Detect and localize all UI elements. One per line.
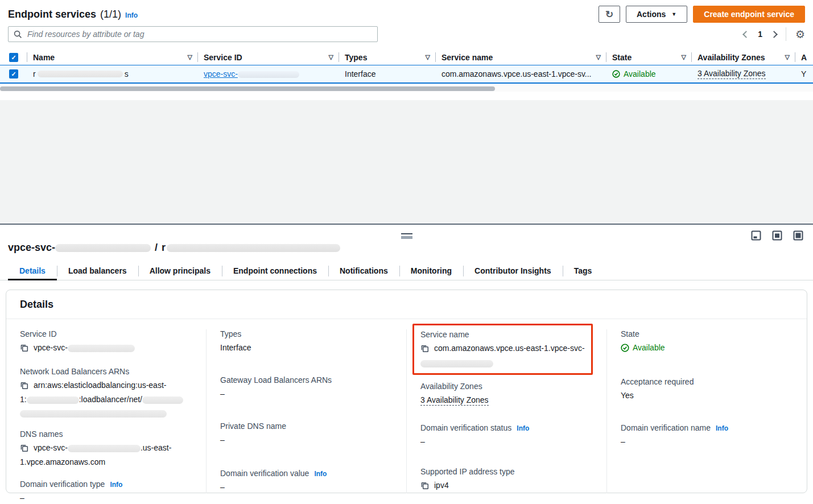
panel-size-large-icon[interactable] <box>793 230 804 241</box>
redacted-text <box>142 396 183 404</box>
tab-load-balancers[interactable]: Load balancers <box>57 262 138 280</box>
red-highlight-box: Service name com.amazonaws.vpce.us-east-… <box>412 324 593 375</box>
field-service-id: Service ID vpce-svc- <box>20 329 192 356</box>
cell-service-id: vpce-svc- <box>198 69 339 79</box>
details-column-1: Service ID vpce-svc- Network Load Balanc… <box>6 329 206 493</box>
availability-zones-popover-link[interactable]: 3 Availability Zones <box>698 69 766 79</box>
refresh-button[interactable]: ↻ <box>599 6 620 23</box>
endpoint-services-table: ✓ Name ▽ Service ID ▽ Types ▽ Service na… <box>0 49 813 92</box>
status-badge: Available <box>612 69 656 79</box>
info-link[interactable]: Info <box>716 424 728 432</box>
filter-icon[interactable]: ▽ <box>596 53 601 61</box>
select-all-checkbox-cell: ✓ <box>0 49 27 65</box>
info-link[interactable]: Info <box>314 470 327 478</box>
tab-endpoint-connections[interactable]: Endpoint connections <box>222 262 328 280</box>
select-all-checkbox[interactable]: ✓ <box>9 53 18 62</box>
redacted-text <box>68 445 141 452</box>
table-header-row: ✓ Name ▽ Service ID ▽ Types ▽ Service na… <box>0 49 813 65</box>
cell-name: rs <box>27 69 198 79</box>
cell-types: Interface <box>339 69 436 79</box>
filter-icon[interactable]: ▽ <box>785 53 790 61</box>
tab-monitoring[interactable]: Monitoring <box>399 262 463 280</box>
search-input[interactable] <box>26 29 372 39</box>
row-checkbox[interactable]: ✓ <box>9 69 18 79</box>
refresh-icon: ↻ <box>605 9 613 20</box>
copy-icon[interactable] <box>420 481 429 493</box>
info-link[interactable]: Info <box>110 481 122 489</box>
field-domain-verification-name: Domain verification name Info – <box>621 423 793 448</box>
actions-button[interactable]: Actions ▼ <box>626 6 687 23</box>
details-column-2: Types Interface Gateway Load Balancers A… <box>206 329 406 493</box>
details-card-heading: Details <box>6 290 807 319</box>
horizontal-scrollbar-thumb[interactable] <box>0 86 495 91</box>
pagination: 1 ⚙ <box>744 27 805 41</box>
service-id-link[interactable]: vpce-svc- <box>204 69 299 79</box>
resource-count: (1/1) <box>100 9 121 20</box>
availability-zones-popover-link[interactable]: 3 Availability Zones <box>420 395 489 406</box>
previous-page-icon[interactable] <box>742 31 750 38</box>
split-panel: vpce-svc- / r Details Load balancers All… <box>0 224 813 504</box>
filter-icon[interactable]: ▽ <box>682 53 686 61</box>
column-header-service-name[interactable]: Service name ▽ <box>436 49 606 65</box>
redacted-text <box>420 360 493 367</box>
filter-icon[interactable]: ▽ <box>329 53 333 61</box>
table-controls: 1 ⚙ <box>0 23 813 42</box>
horizontal-scrollbar[interactable] <box>0 85 813 92</box>
cell-availability-zones: 3 Availability Zones <box>692 69 795 79</box>
field-state: State Available <box>621 329 793 356</box>
tab-allow-principals[interactable]: Allow principals <box>138 262 222 280</box>
field-service-name: Service name com.amazonaws.vpce.us-east-… <box>420 330 589 369</box>
page-title: Endpoint services <box>8 9 96 20</box>
copy-icon[interactable] <box>20 343 28 356</box>
copy-icon[interactable] <box>20 381 28 393</box>
copy-icon[interactable] <box>20 443 28 456</box>
search-box[interactable] <box>8 26 378 42</box>
redacted-text <box>68 345 135 352</box>
table-row[interactable]: ✓ rs vpce-svc- Interface com.amazonaws.v… <box>0 65 813 84</box>
redacted-text <box>38 71 123 77</box>
redacted-text <box>238 71 299 78</box>
column-header-types[interactable]: Types ▽ <box>339 49 436 65</box>
details-card: Details Service ID vpce-svc- Network Loa… <box>6 290 807 493</box>
field-domain-verification-type: Domain verification type Info – <box>20 480 192 504</box>
details-column-3: Service name com.amazonaws.vpce.us-east-… <box>406 329 606 493</box>
next-page-icon[interactable] <box>770 31 778 38</box>
caret-down-icon: ▼ <box>671 11 676 17</box>
details-column-4: State Available Acceptance required Yes … <box>606 329 807 493</box>
field-domain-verification-value: Domain verification value Info – <box>220 469 393 493</box>
tab-details[interactable]: Details <box>8 262 57 280</box>
copy-icon[interactable] <box>420 344 429 356</box>
page-header: Endpoint services (1/1) Info ↻ Actions ▼… <box>0 0 813 23</box>
field-types: Types Interface <box>220 329 393 354</box>
filter-icon[interactable]: ▽ <box>426 53 430 61</box>
panel-size-medium-icon[interactable] <box>771 230 783 241</box>
column-header-availability-zones[interactable]: Availability Zones ▽ <box>692 49 795 65</box>
search-icon <box>14 30 22 39</box>
split-panel-drag-handle[interactable] <box>401 233 412 239</box>
split-panel-title: vpce-svc- / r <box>0 225 813 254</box>
tab-notifications[interactable]: Notifications <box>328 262 399 280</box>
column-header-service-id[interactable]: Service ID ▽ <box>198 49 339 65</box>
field-domain-verification-status: Domain verification status Info – <box>420 423 593 448</box>
cell-state: Available <box>606 69 692 79</box>
current-page[interactable]: 1 <box>758 30 762 39</box>
filter-icon[interactable]: ▽ <box>188 53 192 61</box>
split-panel-size-controls <box>750 230 804 241</box>
panel-size-small-icon[interactable] <box>750 230 762 241</box>
tab-contributor-insights[interactable]: Contributor Insights <box>463 262 563 280</box>
create-endpoint-service-button[interactable]: Create endpoint service <box>693 6 805 23</box>
info-link[interactable]: Info <box>517 424 529 432</box>
check-circle-icon <box>621 344 629 352</box>
settings-gear-icon[interactable]: ⚙ <box>795 29 805 40</box>
field-availability-zones: Availability Zones 3 Availability Zones <box>420 382 593 406</box>
tab-bar: Details Load balancers Allow principals … <box>0 262 813 280</box>
tab-tags[interactable]: Tags <box>563 262 604 280</box>
header-info-link[interactable]: Info <box>125 11 138 19</box>
divider <box>786 27 786 41</box>
column-header-name[interactable]: Name ▽ <box>27 49 198 65</box>
field-acceptance-required: Acceptance required Yes <box>621 377 793 402</box>
column-header-state[interactable]: State ▽ <box>606 49 692 65</box>
status-badge: Available <box>621 341 665 354</box>
cell-cutoff: Y <box>795 69 813 79</box>
redacted-text <box>167 244 340 252</box>
